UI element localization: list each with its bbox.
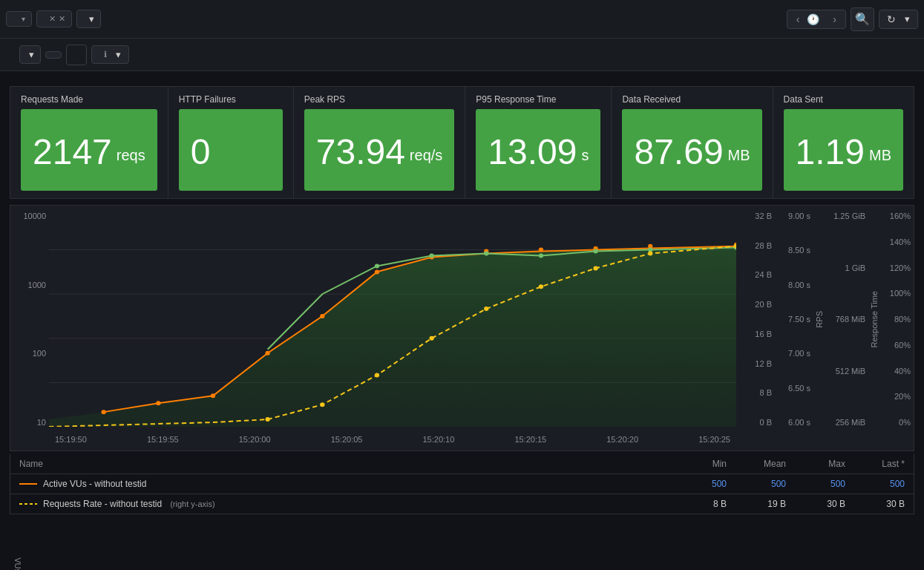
legend-col-mean: Mean: [727, 459, 786, 469]
legend-col-max: Max: [786, 459, 845, 469]
svg-point-10: [375, 269, 379, 274]
top-bar: ▾ ✕ ✕ ▾ ‹ 🕐 › 🔍 ↻ ▾: [0, 0, 924, 39]
stat-value-1: 0: [191, 134, 211, 170]
right-axes: 32 B 28 B 24 B 20 B 16 B 12 B 8 B 0 B 9.…: [736, 206, 914, 451]
legend-note-1: (right y-axis): [168, 499, 215, 508]
legend-name-cell-0: Active VUs - without testid: [19, 479, 667, 489]
x-label-7: 15:20:25: [698, 435, 730, 444]
url-all-dropdown[interactable]: ▾: [19, 45, 41, 64]
stat-card-1: HTTP Failures 0: [168, 87, 294, 198]
zoom-icon: 🔍: [855, 12, 870, 26]
legend-row-0[interactable]: Active VUs - without testid 500 500 500 …: [10, 474, 914, 494]
stat-card-value-area-5: 1.19 MB: [784, 109, 903, 191]
chevron-down-icon-url: ▾: [29, 49, 34, 60]
chevron-down-icon: ▾: [22, 15, 25, 23]
stat-card-label-1: HTTP Failures: [179, 94, 283, 105]
stat-value-4: 87.69: [634, 134, 723, 170]
y-pct-axis: 160% 140% 120% 100% 80% 60% 40% 20% 0%: [880, 206, 914, 451]
x-label-4: 15:20:10: [423, 435, 455, 444]
stat-card-0: Requests Made 2147 reqs: [10, 87, 168, 198]
stat-card-label-0: Requests Made: [21, 94, 157, 105]
stat-card-value-area-4: 87.69 MB: [622, 109, 761, 191]
legend-name-cell-1: Requests Rate - without testid (right y-…: [19, 499, 667, 509]
chevron-down-icon-2: ▾: [89, 13, 94, 24]
chevron-down-icon-refresh: ▾: [905, 13, 910, 24]
svg-point-5: [102, 410, 106, 414]
svg-point-17: [375, 263, 379, 268]
stat-value-5: 1.19: [796, 134, 865, 170]
x-label-2: 15:20:00: [239, 435, 271, 444]
svg-point-9: [320, 314, 324, 318]
stat-card-value-area-1: 0: [179, 109, 283, 191]
svg-point-27: [429, 336, 433, 341]
testid-filter[interactable]: ✕ ✕: [36, 10, 72, 27]
add-filter-button[interactable]: [66, 45, 87, 65]
stat-card-value-area-2: 73.94 req/s: [304, 109, 455, 191]
filters-button[interactable]: [45, 51, 62, 59]
legend-mean-0: 500: [727, 479, 786, 489]
y-left-label-0: 10000: [13, 212, 46, 220]
datasource-selector[interactable]: ▾: [6, 11, 32, 27]
time-back-button[interactable]: ‹: [795, 13, 802, 25]
stat-card-value-area-3: 13.09 s: [476, 109, 600, 191]
legend-last-1: 30 B: [845, 499, 905, 509]
x-label-1: 15:19:55: [147, 435, 179, 444]
x-axis: 15:19:50 15:19:55 15:20:00 15:20:05 15:2…: [49, 428, 736, 451]
clock-icon: 🕐: [807, 13, 819, 25]
rps-label: RPS: [813, 206, 825, 451]
stat-unit-0: reqs: [117, 147, 145, 164]
svg-point-28: [484, 307, 488, 311]
section-header: [0, 71, 924, 86]
legend-last-0: 500: [845, 479, 905, 489]
legend-name-0: Active VUs - without testid: [43, 479, 146, 489]
stat-card-5: Data Sent 1.19 MB: [773, 87, 914, 198]
y-data-axis: 32 B 28 B 24 B 20 B 16 B 12 B 8 B 0 B: [736, 206, 775, 451]
svg-point-18: [429, 254, 433, 258]
stat-card-4: Data Received 87.69 MB: [612, 87, 773, 198]
zoom-button[interactable]: 🔍: [851, 7, 874, 31]
svg-point-26: [375, 373, 379, 377]
legend-name-1: Requests Rate - without testid: [43, 499, 162, 509]
legend-max-0: 500: [786, 479, 845, 489]
y-axis-vus-label: VUs: [13, 328, 22, 570]
stat-cards-grid: Requests Made 2147 reqs HTTP Failures 0 …: [10, 86, 914, 199]
svg-point-8: [265, 351, 269, 356]
stat-card-label-2: Peak RPS: [304, 94, 455, 105]
svg-point-7: [211, 393, 215, 398]
svg-point-31: [648, 252, 652, 256]
x-label-5: 15:20:15: [514, 435, 546, 444]
svg-point-19: [484, 252, 488, 256]
time-range-picker[interactable]: ‹ 🕐 ›: [787, 10, 846, 29]
stat-unit-3: s: [581, 147, 589, 164]
refresh-button[interactable]: ↻ ▾: [879, 10, 918, 29]
svg-point-21: [593, 249, 597, 254]
legend-row-1[interactable]: Requests Rate - without testid (right y-…: [10, 494, 914, 514]
legend-header-row: Name Min Mean Max Last *: [10, 454, 914, 474]
legend-col-name: Name: [19, 459, 667, 469]
stat-value-0: 2147: [33, 134, 112, 170]
scenario-filter[interactable]: ▾: [76, 10, 101, 28]
y-rps-axis: 9.00 s 8.50 s 8.00 s 7.50 s 7.00 s 6.50 …: [775, 206, 813, 451]
response-time-label: Response Time: [868, 206, 880, 451]
stat-card-label-4: Data Received: [622, 94, 761, 105]
legend-table: Name Min Mean Max Last * Active VUs - wi…: [10, 454, 914, 514]
legend-col-last: Last *: [845, 459, 905, 469]
stat-unit-5: MB: [869, 147, 891, 164]
close-icon-2[interactable]: ✕: [59, 14, 65, 24]
svg-point-20: [539, 254, 543, 258]
legend-col-min: Min: [667, 459, 727, 469]
metrics-selector[interactable]: ℹ ▾: [91, 45, 129, 64]
svg-point-24: [265, 417, 269, 422]
stat-card-3: P95 Response Time 13.09 s: [465, 87, 612, 198]
stat-card-label-5: Data Sent: [784, 94, 903, 105]
stat-unit-4: MB: [728, 147, 750, 164]
svg-marker-4: [49, 246, 736, 427]
stat-card-value-area-0: 2147 reqs: [21, 109, 157, 191]
svg-point-29: [539, 284, 543, 289]
svg-point-13: [539, 248, 543, 252]
x-label-3: 15:20:05: [331, 435, 363, 444]
time-forward-button[interactable]: ›: [831, 13, 838, 25]
close-icon[interactable]: ✕: [49, 14, 56, 24]
legend-mean-1: 19 B: [727, 499, 786, 509]
y-resp-axis: 1.25 GiB 1 GiB 768 MiB 512 MiB 256 MiB: [825, 206, 868, 451]
